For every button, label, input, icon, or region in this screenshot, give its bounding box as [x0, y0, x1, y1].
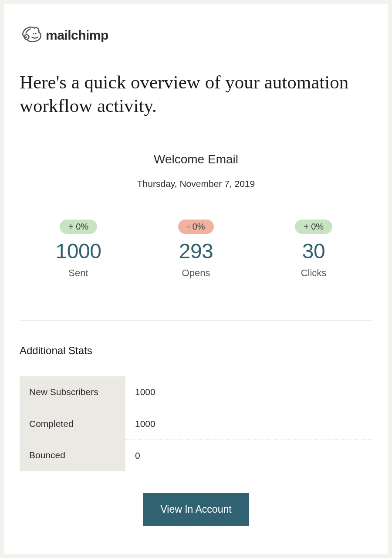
section-divider: [20, 320, 372, 321]
cta-container: View In Account: [20, 493, 372, 526]
metric-sent-delta: + 0%: [60, 220, 97, 234]
metric-opens-delta: - 0%: [178, 220, 213, 234]
metric-sent: + 0% 1000 Sent: [20, 220, 136, 279]
brand-logo: mailchimp: [20, 24, 372, 47]
stat-key-completed: Completed: [20, 408, 125, 440]
page-headline: Here's a quick overview of your automati…: [20, 71, 372, 118]
metric-clicks-delta: + 0%: [295, 220, 332, 234]
metric-clicks-label: Clicks: [301, 267, 327, 279]
metric-sent-value: 1000: [56, 239, 101, 263]
table-row: Bounced 0: [20, 440, 372, 471]
email-card: mailchimp Here's a quick overview of you…: [4, 4, 388, 554]
table-row: New Subscribers 1000: [20, 376, 372, 408]
additional-stats-heading: Additional Stats: [20, 345, 372, 357]
metric-clicks-value: 30: [302, 239, 325, 263]
metric-opens-label: Opens: [182, 267, 210, 279]
metric-opens: - 0% 293 Opens: [138, 220, 254, 279]
metric-opens-value: 293: [179, 239, 213, 263]
metrics-row: + 0% 1000 Sent - 0% 293 Opens + 0% 30 Cl…: [20, 220, 372, 279]
campaign-date: Thursday, November 7, 2019: [20, 179, 372, 189]
table-row: Completed 1000: [20, 408, 372, 440]
brand-name: mailchimp: [46, 28, 108, 43]
metric-clicks: + 0% 30 Clicks: [255, 220, 372, 279]
stat-val-new-subscribers: 1000: [125, 376, 372, 408]
svg-point-2: [33, 33, 34, 34]
stat-key-bounced: Bounced: [20, 440, 125, 471]
page-frame: mailchimp Here's a quick overview of you…: [0, 0, 392, 558]
mailchimp-icon: [20, 24, 42, 47]
svg-point-3: [35, 33, 37, 34]
additional-stats-table: New Subscribers 1000 Completed 1000 Boun…: [20, 376, 372, 471]
stat-key-new-subscribers: New Subscribers: [20, 376, 125, 408]
campaign-title: Welcome Email: [20, 152, 372, 166]
view-in-account-button[interactable]: View In Account: [143, 493, 249, 526]
stat-val-bounced: 0: [125, 440, 372, 471]
stat-val-completed: 1000: [125, 408, 372, 440]
metric-sent-label: Sent: [68, 267, 88, 279]
svg-point-1: [26, 37, 27, 38]
